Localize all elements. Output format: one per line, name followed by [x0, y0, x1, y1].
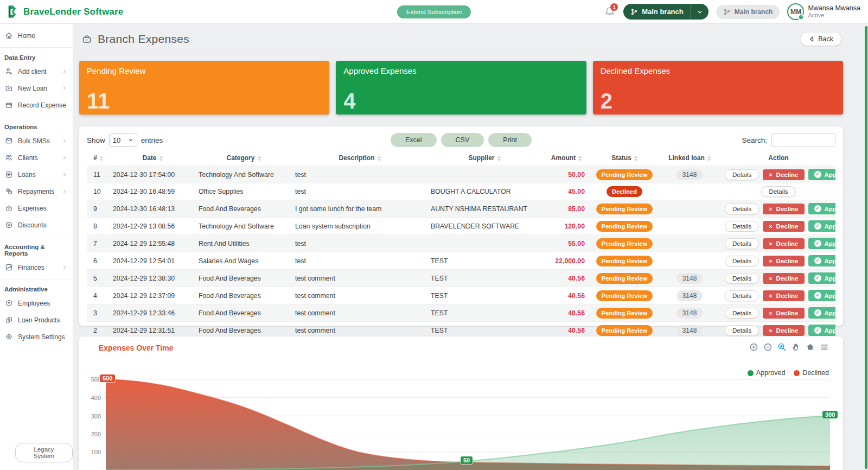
column-header-action[interactable]: Action [722, 150, 835, 166]
column-header-category[interactable]: Category [195, 150, 292, 166]
page-size-select[interactable]: 10 [109, 134, 137, 147]
decline-button[interactable]: ×Decline [763, 169, 804, 180]
details-button[interactable]: Details [725, 238, 759, 249]
sidebar-item-home[interactable]: Home [0, 27, 73, 44]
brand-title: BraveLender Software [23, 7, 123, 17]
approve-button[interactable]: ✓Approve [808, 203, 835, 214]
action-buttons: Details×Decline✓Approve [725, 220, 835, 232]
decline-button[interactable]: ×Decline [763, 290, 804, 301]
sidebar-item-record-expense[interactable]: Record Expense [0, 97, 73, 113]
approve-button[interactable]: ✓Approve [808, 255, 835, 266]
chevron-right-icon [61, 155, 67, 161]
branch-selector-button[interactable]: Main branch [623, 4, 709, 20]
sidebar-item-clients[interactable]: Clients [0, 149, 73, 166]
zoom-in-icon[interactable] [749, 342, 758, 352]
decline-button[interactable]: ×Decline [763, 221, 804, 232]
sidebar-item-finances[interactable]: Finances [0, 259, 73, 276]
approve-button[interactable]: ✓Approve [808, 290, 835, 301]
column-header-supplier[interactable]: Supplier [427, 150, 541, 166]
brand[interactable]: BraveLender Software [4, 4, 123, 19]
sidebar-item-employees[interactable]: Employees [0, 295, 73, 312]
column-header-linked-loan[interactable]: Linked loan [658, 150, 722, 166]
zoom-out-icon[interactable] [763, 342, 773, 352]
details-button[interactable]: Details [725, 325, 759, 336]
export-print-button[interactable]: Print [488, 133, 532, 147]
approve-button[interactable]: ✓Approve [808, 169, 835, 180]
decline-button[interactable]: ×Decline [763, 273, 804, 284]
column-header-description[interactable]: Description [292, 150, 427, 166]
x-icon: × [769, 327, 772, 334]
decline-button[interactable]: ×Decline [763, 256, 804, 266]
expenses-icon [5, 204, 14, 212]
search-input[interactable] [771, 134, 835, 147]
vertical-scrollbar[interactable] [865, 26, 867, 469]
sidebar-item-label: System Settings [18, 333, 65, 341]
details-button[interactable]: Details [725, 221, 759, 232]
table-row: 112024-12-30 17:54:00Technology And Soft… [87, 166, 835, 183]
chevron-right-icon [61, 138, 67, 144]
menu-icon[interactable] [820, 342, 829, 352]
decline-button[interactable]: ×Decline [763, 204, 804, 214]
details-button[interactable]: Details [761, 186, 795, 197]
details-button[interactable]: Details [725, 290, 759, 301]
check-circle-icon: ✓ [814, 327, 821, 334]
decline-button[interactable]: ×Decline [763, 238, 804, 249]
cell-cat: Technology And Software [195, 166, 292, 183]
cell-amount: 50.00 [541, 166, 591, 183]
table-row: 32024-12-29 12:33:46Food And Beverageste… [87, 304, 835, 322]
approve-button[interactable]: ✓Approve [808, 220, 835, 232]
sidebar-item-loan-products[interactable]: Loan Products [0, 312, 73, 328]
column-header-date[interactable]: Date [110, 150, 195, 166]
linked-loan-badge: 3148 [676, 325, 703, 336]
purse-icon [81, 34, 92, 45]
sidebar-item-loans[interactable]: Loans [0, 166, 73, 183]
column-header-status[interactable]: Status [591, 150, 658, 166]
brand-logo-icon [4, 4, 19, 19]
details-button[interactable]: Details [725, 273, 759, 284]
approve-button[interactable]: ✓Approve [808, 325, 835, 336]
details-button[interactable]: Details [725, 256, 759, 266]
cell-action: Details×Decline✓Approve [722, 287, 835, 304]
column-header-amount[interactable]: Amount [541, 150, 591, 166]
show-label: Show [87, 136, 105, 144]
notifications-button[interactable]: 1 [604, 6, 616, 18]
sidebar-section-header: Data Entry [0, 49, 73, 63]
details-button[interactable]: Details [725, 308, 759, 319]
stat-card-declined-expenses: Declined Expenses2 [593, 61, 843, 115]
column-header-[interactable]: # [87, 150, 110, 166]
details-button[interactable]: Details [725, 204, 759, 214]
user-menu[interactable]: MM ✓ Mwansa Mwansa Active [787, 3, 860, 20]
approve-button[interactable]: ✓Approve [808, 238, 835, 249]
decline-button[interactable]: ×Decline [763, 308, 804, 319]
extend-subscription-button[interactable]: Extend Subscription [397, 5, 471, 18]
sidebar-item-add-client[interactable]: Add client [0, 63, 73, 80]
selection-zoom-icon[interactable] [777, 342, 787, 352]
decline-button[interactable]: ×Decline [763, 325, 804, 336]
check-circle-icon: ✓ [814, 309, 821, 316]
back-button[interactable]: Back [801, 33, 841, 46]
cell-sup: TEST [427, 304, 541, 322]
home-reset-icon[interactable] [806, 342, 815, 352]
expenses-area-chart[interactable] [103, 373, 830, 470]
legacy-system-button[interactable]: Legacy System [15, 443, 73, 462]
cell-num: 7 [87, 235, 110, 252]
cell-action: Details×Decline✓Approve [722, 235, 835, 252]
sidebar-item-repayments[interactable]: Repayments [0, 183, 73, 200]
approve-button[interactable]: ✓Approve [808, 272, 835, 284]
stat-card-label: Pending Review [87, 66, 322, 75]
export-csv-button[interactable]: CSV [441, 133, 484, 147]
branch-caret-button[interactable] [691, 8, 709, 16]
sidebar-item-bulk-smss[interactable]: Bulk SMSs [0, 132, 73, 149]
export-excel-button[interactable]: Excel [391, 133, 437, 147]
cell-date: 2024-12-29 12:54:01 [110, 252, 195, 270]
cell-num: 9 [87, 200, 110, 218]
sidebar-item-system-settings[interactable]: System Settings [0, 328, 73, 345]
approve-button[interactable]: ✓Approve [808, 307, 835, 319]
sidebar-item-new-loan[interactable]: New Loan [0, 80, 73, 97]
top-navbar: BraveLender Software Extend Subscription… [0, 0, 868, 24]
sidebar-item-discounts[interactable]: Discounts [0, 217, 73, 233]
pan-icon[interactable] [792, 342, 801, 352]
branch-pill[interactable]: Main branch [716, 5, 780, 19]
details-button[interactable]: Details [725, 169, 759, 180]
sidebar-item-expenses[interactable]: Expenses [0, 200, 73, 217]
